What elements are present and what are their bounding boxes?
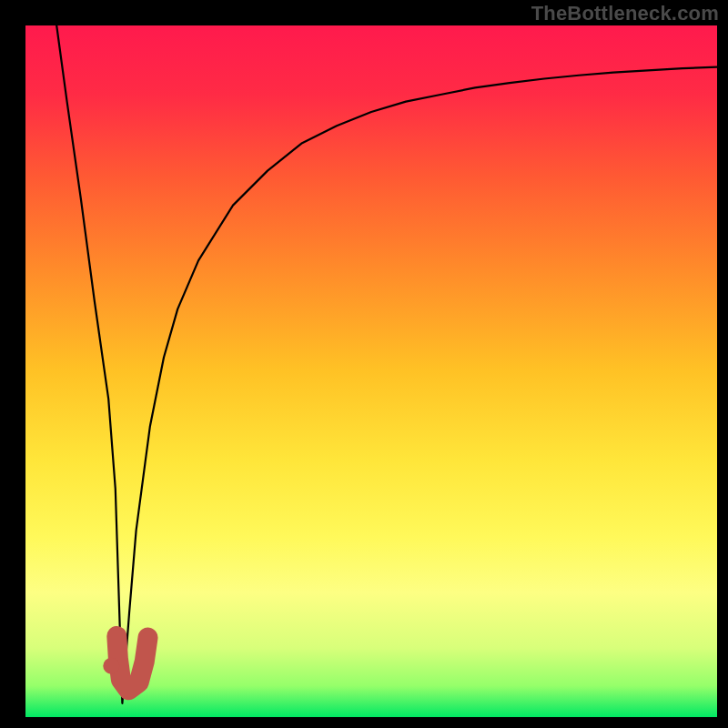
bottleneck-chart [0, 0, 728, 728]
chart-frame: TheBottleneck.com [0, 0, 728, 728]
minimum-marker-dot [103, 658, 119, 674]
watermark-text: TheBottleneck.com [531, 2, 719, 25]
